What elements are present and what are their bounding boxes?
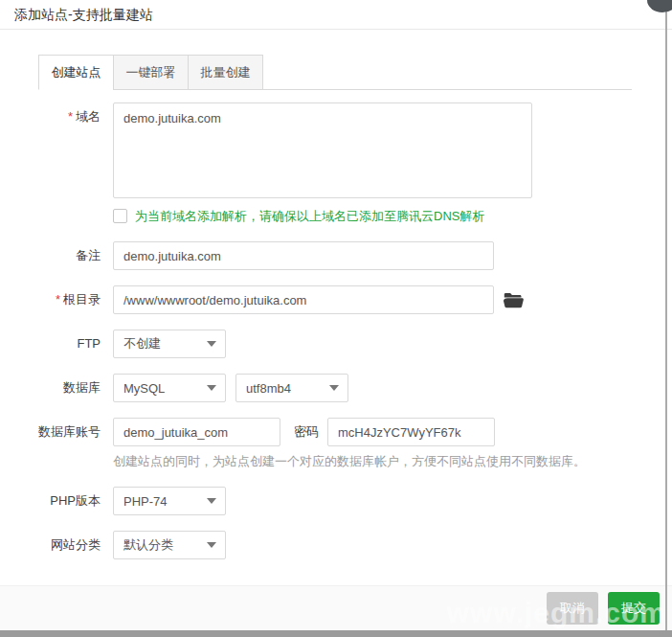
tab-one-click-deploy[interactable]: 一键部署 bbox=[113, 55, 189, 90]
ftp-row: FTP 不创建 bbox=[0, 330, 672, 358]
chevron-down-icon bbox=[207, 341, 216, 347]
database-engine-value: MySQL bbox=[123, 381, 165, 396]
root-dir-input[interactable] bbox=[113, 285, 494, 314]
php-version-label: PHP版本 bbox=[0, 487, 113, 515]
ftp-label: FTP bbox=[0, 330, 113, 358]
folder-open-icon bbox=[504, 292, 524, 308]
site-category-row: 网站分类 默认分类 bbox=[0, 531, 672, 559]
db-account-row: 数据库账号 密码 bbox=[0, 418, 672, 446]
domain-row: *域名 demo.jutuika.com bbox=[0, 102, 672, 198]
create-site-form: *域名 demo.jutuika.com 为当前域名添加解析，请确保以上域名已添… bbox=[0, 90, 672, 559]
ftp-select[interactable]: 不创建 bbox=[113, 330, 226, 358]
dns-resolve-checkbox[interactable] bbox=[113, 209, 127, 223]
ftp-selected-value: 不创建 bbox=[123, 335, 161, 353]
php-version-row: PHP版本 PHP-74 bbox=[0, 487, 672, 515]
dns-resolve-label: 为当前域名添加解析，请确保以上域名已添加至腾讯云DNS解析 bbox=[135, 208, 484, 224]
note-label: 备注 bbox=[0, 241, 113, 270]
database-charset-value: utf8mb4 bbox=[246, 381, 291, 396]
tab-strip: 创建站点 一键部署 批量创建 bbox=[38, 55, 632, 90]
chevron-down-icon bbox=[329, 385, 339, 391]
database-row: 数据库 MySQL utf8mb4 bbox=[0, 374, 672, 402]
tab-batch-create[interactable]: 批量创建 bbox=[188, 55, 263, 90]
note-row: 备注 bbox=[0, 241, 672, 270]
database-engine-select[interactable]: MySQL bbox=[113, 374, 226, 402]
browse-folder-button[interactable] bbox=[504, 292, 524, 308]
required-mark: * bbox=[68, 109, 73, 124]
domain-textarea[interactable]: demo.jutuika.com bbox=[113, 102, 532, 198]
window-right-edge bbox=[665, 10, 667, 630]
db-username-input[interactable] bbox=[113, 418, 280, 446]
db-password-input[interactable] bbox=[327, 418, 495, 446]
chevron-down-icon bbox=[207, 498, 216, 504]
window-bottom-edge bbox=[0, 630, 672, 637]
root-dir-label: *根目录 bbox=[0, 285, 113, 314]
tab-create-site[interactable]: 创建站点 bbox=[38, 55, 114, 90]
db-account-label: 数据库账号 bbox=[0, 418, 113, 446]
site-category-value: 默认分类 bbox=[123, 536, 173, 554]
site-category-select[interactable]: 默认分类 bbox=[113, 531, 226, 559]
submit-button[interactable]: 提交 bbox=[608, 592, 660, 625]
required-mark: * bbox=[56, 292, 60, 307]
site-category-label: 网站分类 bbox=[0, 531, 113, 559]
domain-label: *域名 bbox=[0, 102, 113, 198]
php-version-select[interactable]: PHP-74 bbox=[113, 487, 226, 515]
note-input[interactable] bbox=[113, 241, 494, 270]
db-password-label: 密码 bbox=[294, 418, 319, 446]
chevron-down-icon bbox=[207, 542, 216, 548]
php-version-value: PHP-74 bbox=[123, 494, 168, 509]
database-charset-select[interactable]: utf8mb4 bbox=[235, 374, 348, 402]
dialog-title: 添加站点-支持批量建站 bbox=[0, 0, 672, 30]
db-hint-text: 创建站点的同时，为站点创建一个对应的数据库帐户，方便不同站点使用不同数据库。 bbox=[113, 453, 586, 470]
chevron-down-icon bbox=[207, 385, 216, 391]
dns-option-row: 为当前域名添加解析，请确保以上域名已添加至腾讯云DNS解析 bbox=[0, 208, 672, 224]
cancel-button[interactable]: 取消 bbox=[547, 592, 598, 625]
db-hint-row: 创建站点的同时，为站点创建一个对应的数据库帐户，方便不同站点使用不同数据库。 bbox=[0, 453, 672, 470]
root-dir-row: *根目录 bbox=[0, 285, 672, 314]
dialog-footer: 取消 提交 bbox=[0, 585, 672, 630]
database-label: 数据库 bbox=[0, 374, 113, 402]
